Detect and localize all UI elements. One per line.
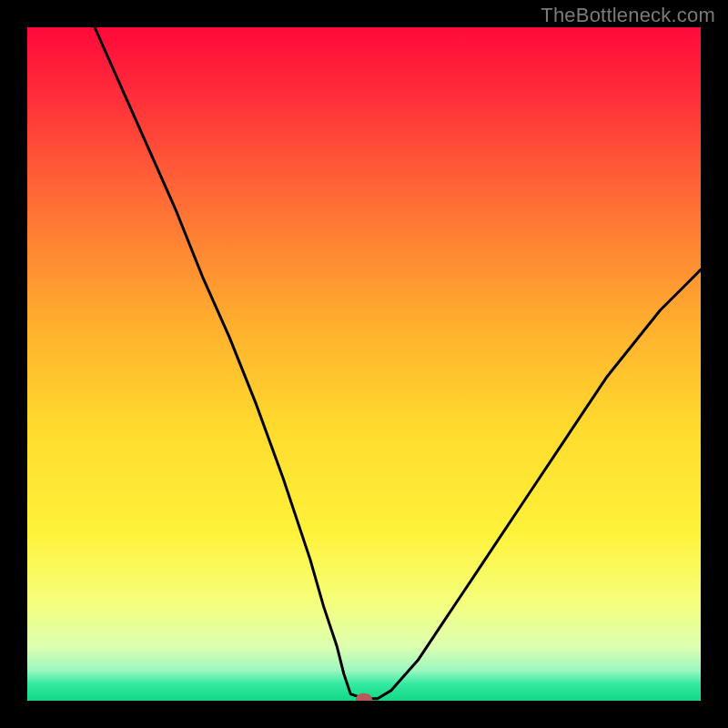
gradient-background — [27, 27, 701, 701]
watermark-text: TheBottleneck.com — [541, 4, 715, 27]
plot-area — [27, 27, 701, 701]
bottleneck-chart — [27, 27, 701, 701]
chart-frame: TheBottleneck.com — [0, 0, 728, 728]
